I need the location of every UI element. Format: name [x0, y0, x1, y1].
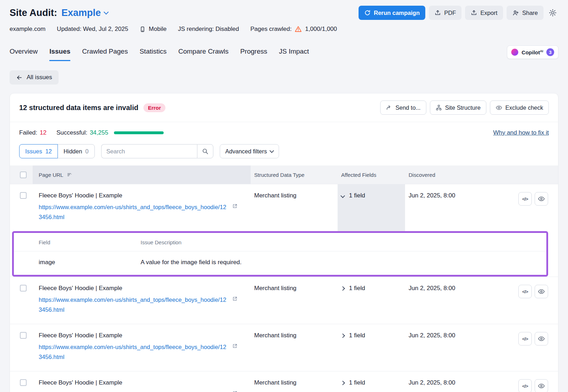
project-selector[interactable]: Example	[61, 7, 108, 18]
issue-title: 12 structured data items are invalid	[19, 104, 138, 112]
column-affected-fields: Affected Fields	[338, 172, 405, 178]
issues-filter-button[interactable]: Issues 12	[19, 144, 58, 158]
eye-off-icon	[496, 104, 502, 111]
issue-card: 12 structured data items are invalid Err…	[10, 93, 558, 392]
external-link-icon[interactable]	[232, 391, 237, 392]
structured-data-type: Merchant listing	[251, 277, 338, 324]
page-title: Site Audit:	[10, 7, 57, 18]
send-to-button[interactable]: Send to...	[380, 100, 426, 115]
pages-crawled: Pages crawled: 1,000/1,000	[250, 26, 337, 33]
sort-icon[interactable]	[67, 172, 72, 178]
domain-label: example.com	[10, 26, 45, 33]
view-page-button[interactable]	[535, 332, 548, 345]
error-badge: Error	[143, 103, 166, 112]
search-group	[101, 144, 213, 158]
filter-row: Issues 12 Hidden 0 Advanced filters	[10, 141, 558, 165]
tab-js-impact[interactable]: JS Impact	[279, 45, 309, 61]
search-input[interactable]	[101, 144, 197, 158]
all-issues-back-button[interactable]: All issues	[10, 70, 59, 85]
eye-icon	[538, 382, 545, 390]
search-icon	[202, 148, 209, 155]
page-url-link[interactable]: https://www.example.com/en-us/shirts_and…	[39, 389, 240, 392]
why-how-to-fix-link[interactable]: Why and how to fix it	[493, 129, 549, 136]
page-title-text: Fleece Boys' Hoodie | Example	[39, 379, 251, 386]
view-source-code-button[interactable]: </>	[518, 379, 532, 392]
row-checkbox[interactable]	[20, 285, 27, 292]
affected-fields-toggle[interactable]: 1 field	[338, 324, 405, 371]
copilot-badge[interactable]: CopilotAI 3	[507, 45, 558, 59]
chevron-down-icon	[340, 194, 345, 198]
copilot-icon	[511, 49, 518, 56]
structured-data-type: Merchant listing	[251, 371, 338, 392]
export-icon	[471, 10, 477, 16]
chevron-right-icon	[340, 286, 345, 291]
select-all-checkbox[interactable]	[20, 172, 27, 178]
export-button[interactable]: Export	[465, 6, 503, 20]
tab-crawled-pages[interactable]: Crawled Pages	[82, 45, 128, 61]
table-row: Fleece Boys' Hoodie | Example https://ww…	[10, 277, 558, 324]
advanced-filters-button[interactable]: Advanced filters	[220, 144, 279, 158]
affected-fields-toggle[interactable]: 1 field	[338, 371, 405, 392]
tab-statistics[interactable]: Statistics	[140, 45, 166, 61]
chevron-down-icon	[269, 148, 274, 153]
gear-icon	[548, 9, 557, 17]
view-source-code-button[interactable]: </>	[518, 192, 532, 206]
row-checkbox[interactable]	[20, 379, 27, 386]
tab-issues[interactable]: Issues	[49, 45, 70, 61]
issue-description-value: A value for the image field is required.	[141, 259, 241, 266]
row-checkbox[interactable]	[20, 192, 27, 199]
successful-label: Successful:	[56, 129, 87, 136]
send-to-icon	[386, 104, 392, 111]
affected-fields-toggle[interactable]: 1 field	[338, 277, 405, 324]
share-button[interactable]: Share	[507, 6, 544, 20]
view-source-code-button[interactable]: </>	[518, 285, 532, 298]
device-label: Mobile	[140, 26, 166, 33]
top-bar: Site Audit: Example Rerun campaign PDF	[10, 6, 558, 20]
detail-header-row: Field Issue Description	[14, 233, 546, 251]
row-checkbox[interactable]	[20, 332, 27, 339]
external-link-icon[interactable]	[232, 203, 237, 209]
eye-icon	[538, 195, 545, 202]
view-page-button[interactable]	[535, 285, 548, 298]
page-url-link[interactable]: https://www.example.com/en-us/shirts_and…	[39, 202, 240, 222]
affected-fields-toggle[interactable]: 1 field	[338, 184, 405, 231]
table-header-row: Page URL Structured Data Type Affected F…	[10, 165, 558, 184]
structured-data-type: Merchant listing	[251, 184, 338, 231]
exclude-check-button[interactable]: Exclude check	[490, 100, 549, 115]
rerun-campaign-button[interactable]: Rerun campaign	[359, 6, 425, 20]
js-rendering-label: JS rendering: Disabled	[178, 26, 239, 33]
view-page-button[interactable]	[535, 379, 548, 392]
back-arrow-icon	[16, 74, 23, 81]
search-button[interactable]	[197, 144, 213, 158]
code-icon: </>	[522, 196, 528, 202]
page-url-link[interactable]: https://www.example.com/en-us/shirts_and…	[39, 295, 240, 315]
column-page-url[interactable]: Page URL	[33, 165, 251, 184]
pages-crawled-value: 1,000/1,000	[305, 26, 337, 33]
chevron-right-icon	[340, 381, 345, 385]
site-structure-button[interactable]: Site Structure	[430, 100, 486, 115]
phone-icon	[140, 26, 146, 33]
code-icon: </>	[522, 383, 528, 389]
view-source-code-button[interactable]: </>	[518, 332, 532, 345]
updated-label: Updated: Wed, Jul 2, 2025	[57, 26, 128, 33]
page-url-link[interactable]: https://www.example.com/en-us/shirts_and…	[39, 342, 240, 362]
tab-overview[interactable]: Overview	[10, 45, 38, 61]
tab-compare-crawls[interactable]: Compare Crawls	[178, 45, 228, 61]
rerun-icon	[364, 10, 371, 16]
settings-button[interactable]	[547, 9, 558, 17]
table-row: Fleece Boys' Hoodie | Example https://ww…	[10, 324, 558, 371]
external-link-icon[interactable]	[232, 296, 237, 301]
campaign-meta-row: example.com Updated: Wed, Jul 2, 2025 Mo…	[10, 26, 558, 33]
discovered-date: Jun 2, 2025, 8:00	[405, 277, 511, 324]
site-structure-icon	[436, 104, 442, 111]
hidden-filter-button[interactable]: Hidden 0	[58, 144, 94, 158]
success-progress-bar	[114, 131, 164, 134]
tab-progress[interactable]: Progress	[240, 45, 267, 61]
failed-label: Failed:	[19, 129, 37, 136]
code-icon: </>	[522, 289, 528, 294]
discovered-date: Jun 2, 2025, 8:00	[405, 184, 511, 231]
external-link-icon[interactable]	[232, 343, 237, 349]
successful-value: 34,255	[90, 129, 108, 136]
view-page-button[interactable]	[535, 192, 548, 206]
pdf-button[interactable]: PDF	[429, 6, 462, 20]
